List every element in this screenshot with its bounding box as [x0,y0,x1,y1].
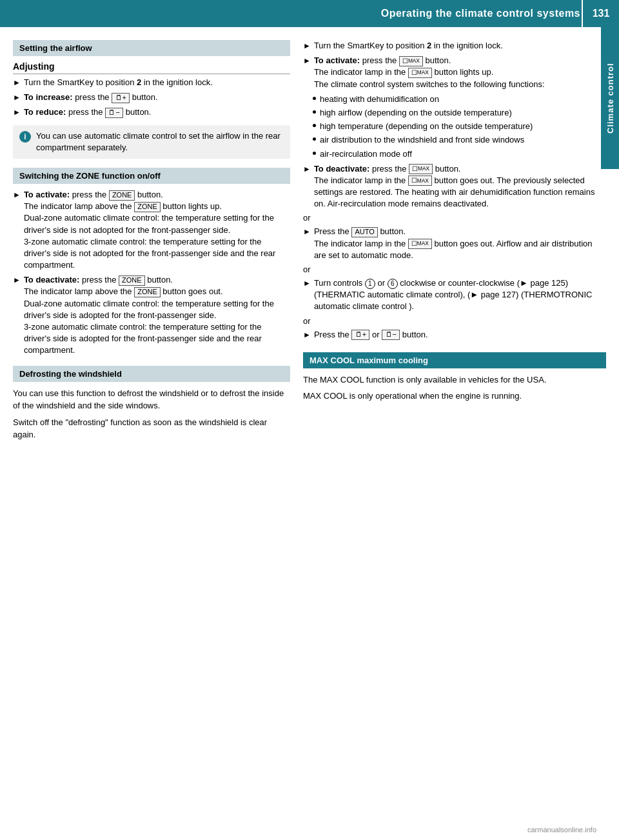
info-text: You can use automatic climate control to… [36,130,284,154]
info-box: i You can use automatic climate control … [13,125,290,159]
max-button-icon2: ☐MAX [408,68,432,78]
list-item: air distribution to the windshield and f… [313,134,606,146]
right-column: ► Turn the SmartKey to position 2 in the… [303,40,606,450]
list-item: high temperature (depending on the outsi… [313,121,606,132]
max-button-icon5: ☐MAX [408,239,432,249]
list-item: ► To activate: press the ☐MAX button. Th… [303,55,606,90]
page-title: Operating the climate control systems [381,8,580,19]
bullet-dot [313,152,316,155]
control-6-icon: 6 [388,279,398,289]
fan-plus-button-icon: 🗒+ [351,330,369,340]
arrow-icon: ► [13,92,21,103]
fan-minus-button-icon: 🗒− [382,330,400,340]
arrow-icon: ► [303,41,311,52]
side-tab-climate-control: Climate control [601,27,619,169]
list-item: ► Turn the SmartKey to position 2 in the… [303,40,606,52]
section-header-max-cool: MAX COOL maximum cooling [303,352,606,368]
section-airflow: Setting the airflow Adjusting ► Turn the… [13,40,290,159]
defrost-paragraph1: You can use this function to defrost the… [13,387,290,412]
arrow-icon: ► [303,330,311,341]
max-cool-paragraph2: MAX COOL is only operational when the en… [303,390,606,403]
subsection-adjusting: Adjusting [13,61,290,74]
list-item: high airflow (depending on the outside t… [313,107,606,119]
arrow-icon: ► [303,278,311,313]
max-button-icon4: ☐MAX [408,175,432,186]
list-item: ► To deactivate: press the ☐MAX button. … [303,163,606,210]
list-item: heating with dehumidification on [313,94,606,105]
arrow-icon: ► [303,226,311,261]
dot-list: heating with dehumidification on high ai… [313,94,606,160]
arrow-icon: ► [13,190,21,271]
section-header-defrost: Defrosting the windshield [13,366,290,382]
list-item: ► To activate: press the ZONE button. Th… [13,189,290,271]
max-button-icon3: ☐MAX [409,164,433,174]
bullet-dot [313,97,316,100]
list-item: air-recirculation mode off [313,148,606,160]
list-item: ► To reduce: press the 🗒− button. [13,106,290,118]
max-cool-paragraph1: The MAX COOL function is only available … [303,374,606,386]
arrow-icon: ► [13,77,21,88]
arrow-icon: ► [13,107,21,118]
list-item: ► Turn the SmartKey to position 2 in the… [13,77,290,88]
bullet-dot [313,137,316,141]
max-button-icon: ☐MAX [399,56,423,66]
or-separator2: or [303,265,606,274]
zone-button-icon2: ZONE [134,202,161,212]
section-header-zone: Switching the ZONE function on/off [13,168,290,184]
or-separator3: or [303,316,606,326]
bullet-dot [313,124,316,127]
defrost-paragraph2: Switch off the "defrosting" function as … [13,416,290,441]
or-separator1: or [303,213,606,223]
control-1-icon: 1 [365,279,375,289]
watermark: carmanualsonline.info [527,826,596,834]
arrow-icon: ► [13,275,21,356]
zone-button-icon3: ZONE [119,275,145,286]
list-item: ► Press the AUTO button. The indicator l… [303,226,606,261]
section-max-cool: MAX COOL maximum cooling The MAX COOL fu… [303,352,606,403]
left-column: Setting the airflow Adjusting ► Turn the… [13,40,290,450]
section-header-airflow: Setting the airflow [13,40,290,56]
zone-button-icon: ZONE [109,190,135,201]
arrow-icon: ► [303,55,311,90]
auto-button-icon: AUTO [351,227,377,237]
header-bar: Operating the climate control systems [0,0,619,27]
list-item: ► To increase: press the 🗒+ button. [13,92,290,103]
section-defrost: Defrosting the windshield You can use th… [13,366,290,441]
arrow-icon: ► [303,164,311,210]
main-content: Setting the airflow Adjusting ► Turn the… [0,27,619,463]
section-zone: Switching the ZONE function on/off ► To … [13,168,290,357]
list-item: ► Turn controls 1 or 6 clockwise or coun… [303,277,606,313]
zone-button-icon4: ZONE [134,287,161,297]
bullet-dot [313,110,316,114]
list-item: ► To deactivate: press the ZONE button. … [13,274,290,356]
page-number: 131 [582,0,619,27]
info-icon: i [19,131,31,143]
list-item: ► Press the 🗒+ or 🗒− button. [303,329,606,341]
fan-increase-button-icon: 🗒+ [112,93,130,103]
fan-decrease-button-icon: 🗒− [105,108,123,118]
